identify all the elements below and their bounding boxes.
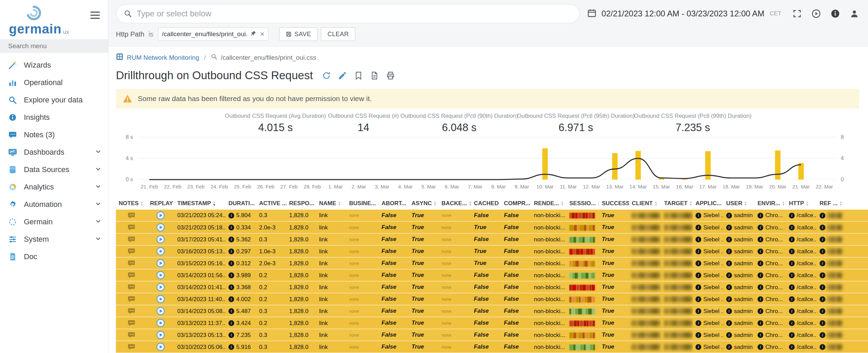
column-header-backend[interactable]: BACKE...▲▼	[439, 197, 471, 210]
column-header-client[interactable]: CLIENT▲▼	[629, 197, 661, 210]
table-row[interactable]: 03/16/2023 05:13...i0.2971.0e-31,828.0li…	[116, 245, 868, 257]
column-header-user[interactable]: USER▲▼	[723, 197, 755, 210]
table-row[interactable]: 03/17/2023 05:41...i5.3620.31,828.0linkn…	[116, 234, 868, 245]
remove-filter-icon[interactable]: ×	[260, 30, 265, 39]
table-row[interactable]: 03/14/2023 05:08...i5.4870.31,828.0linkn…	[116, 305, 868, 317]
sort-arrows-icon[interactable]: ▲▼	[654, 201, 657, 206]
sort-arrows-icon[interactable]: ▲▼	[597, 201, 599, 206]
column-header-success[interactable]: SUCCESS▲▼	[599, 197, 629, 210]
replay-icon[interactable]	[156, 212, 165, 218]
info-icon[interactable]: i	[820, 213, 825, 218]
sidebar-item-wizards[interactable]: Wizards	[0, 56, 108, 74]
note-icon[interactable]	[127, 212, 136, 218]
sort-arrows-icon[interactable]: ▲▼	[338, 201, 341, 206]
note-icon[interactable]	[127, 343, 136, 350]
info-icon[interactable]: i	[758, 308, 763, 314]
info-icon[interactable]: i	[695, 213, 701, 218]
pin-icon[interactable]	[247, 30, 257, 38]
info-icon[interactable]: i	[758, 344, 763, 350]
note-icon[interactable]	[127, 295, 136, 302]
play-circle-icon[interactable]	[811, 9, 821, 18]
info-icon[interactable]: i	[789, 308, 795, 314]
sort-arrows-icon[interactable]: ▲▼	[744, 201, 747, 206]
chevron-down-icon[interactable]	[94, 235, 102, 244]
column-header-replay[interactable]: REPLAY▲▼	[147, 197, 175, 210]
info-icon[interactable]: i	[789, 320, 795, 326]
user-icon[interactable]	[850, 9, 859, 18]
column-header-environment[interactable]: ENVIR...▲▼	[755, 197, 786, 210]
sidebar-item-doc[interactable]: Doc	[0, 248, 108, 265]
note-icon[interactable]	[127, 319, 136, 326]
info-icon[interactable]: i	[820, 225, 825, 230]
sort-arrows-icon[interactable]: ▲▼	[782, 201, 785, 206]
info-icon[interactable]: i	[758, 249, 763, 254]
sort-arrows-icon[interactable]: ▲▼	[434, 201, 437, 206]
sidebar-search-input[interactable]	[8, 42, 100, 50]
info-icon[interactable]: i	[789, 225, 795, 230]
info-icon[interactable]: i	[726, 249, 732, 254]
column-header-cached[interactable]: CACHED▲▼	[471, 197, 501, 210]
chevron-down-icon[interactable]	[94, 200, 102, 209]
info-icon[interactable]: i	[228, 308, 234, 314]
info-icon[interactable]: i	[228, 344, 234, 350]
sidebar-item-notes[interactable]: Notes (3)	[0, 126, 108, 143]
breadcrumb-parent-link[interactable]: RUM Network Monitoring	[127, 54, 199, 61]
info-icon[interactable]: i	[820, 284, 825, 290]
sidebar-item-dashboards[interactable]: Dashboards	[0, 143, 108, 161]
sort-arrows-icon[interactable]: ▲▼	[316, 201, 316, 206]
sort-arrows-icon[interactable]: ▲▼	[140, 201, 144, 206]
table-row[interactable]: 03/13/2023 05:13...i7.2350.31,828.0linkn…	[116, 329, 868, 341]
info-icon[interactable]: i	[695, 249, 701, 254]
column-header-application[interactable]: APPLIC...▲▼	[693, 197, 723, 210]
info-icon[interactable]: i	[820, 332, 825, 338]
filter-value-chip[interactable]: /callcenter_enu/files/print_oui. ×	[158, 28, 268, 41]
note-icon[interactable]	[127, 283, 136, 290]
fullscreen-icon[interactable]	[792, 9, 802, 18]
column-header-ref[interactable]: REF ...▲▼	[817, 197, 868, 210]
export-file-icon[interactable]	[370, 71, 379, 80]
info-icon[interactable]: i	[228, 237, 234, 242]
column-header-session[interactable]: SESSIO...▲▼	[567, 197, 599, 210]
info-icon[interactable]: i	[758, 284, 763, 290]
info-icon[interactable]: i	[695, 260, 701, 266]
print-icon[interactable]	[386, 71, 395, 80]
info-icon[interactable]: i	[228, 213, 234, 218]
global-search-input[interactable]	[137, 9, 572, 18]
replay-icon[interactable]	[156, 224, 165, 230]
save-button[interactable]: SAVE	[279, 27, 318, 41]
info-icon[interactable]: i	[820, 260, 825, 266]
info-icon[interactable]: i	[726, 332, 732, 338]
replay-icon[interactable]	[156, 343, 165, 350]
sort-arrows-icon[interactable]: ▲▼	[689, 201, 692, 206]
germain-logo[interactable]: germain ux	[9, 5, 69, 37]
info-icon[interactable]: i	[758, 213, 763, 218]
replay-icon[interactable]	[156, 307, 165, 314]
info-icon[interactable]: i	[228, 225, 234, 230]
info-icon[interactable]: i	[820, 344, 825, 350]
info-icon[interactable]: i	[726, 344, 732, 350]
info-icon[interactable]: i	[726, 213, 732, 218]
column-header-target[interactable]: TARGET▲▼	[661, 197, 693, 210]
note-icon[interactable]	[127, 224, 136, 230]
column-header-aborted[interactable]: ABORT...▲▼	[379, 197, 409, 210]
info-icon[interactable]: i	[789, 237, 795, 242]
table-row[interactable]: 03/14/2023 01:41...i3.3680.21,828.0linkn…	[116, 281, 868, 293]
info-icon[interactable]: i	[758, 225, 763, 230]
replay-icon[interactable]	[156, 295, 165, 302]
info-icon[interactable]: i	[726, 225, 732, 230]
info-icon[interactable]: i	[789, 332, 795, 338]
table-row[interactable]: 03/15/2023 05:16...i0.3122.0e-31,828.0li…	[116, 257, 868, 269]
chevron-down-icon[interactable]	[94, 217, 102, 226]
sort-arrows-icon[interactable]: ▲▼	[469, 201, 471, 206]
column-header-compressed[interactable]: COMPR...▲▼	[501, 197, 531, 210]
sort-arrows-icon[interactable]: ▲▼	[500, 201, 501, 206]
info-circle-icon[interactable]	[830, 9, 840, 18]
column-header-timestamp[interactable]: TIMESTAMP▲▼	[175, 197, 226, 210]
sort-arrows-icon[interactable]: ▲▼	[839, 201, 842, 206]
info-icon[interactable]: i	[789, 284, 795, 290]
table-row[interactable]: 03/13/2023 11:37...i3.4240.21,828.0linkn…	[116, 317, 868, 329]
global-search[interactable]	[116, 4, 580, 23]
edit-icon[interactable]	[338, 71, 347, 80]
info-icon[interactable]: i	[820, 237, 825, 242]
info-icon[interactable]: i	[228, 272, 234, 278]
